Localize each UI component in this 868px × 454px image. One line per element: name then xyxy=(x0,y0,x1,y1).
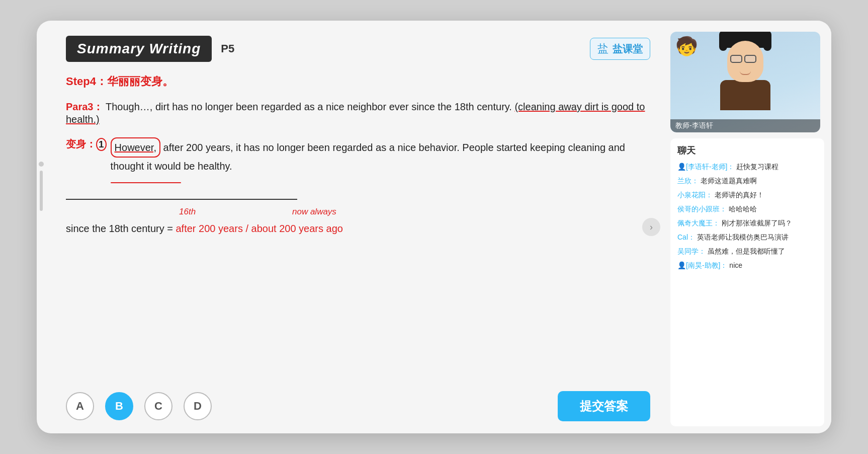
bianshen-text: However, after 200 years, it has no long… xyxy=(111,137,650,175)
chat-msg-8: 👤[南昊-助教]： nice xyxy=(677,260,817,271)
chat-text-1: 赶快复习课程 xyxy=(736,163,778,171)
option-c[interactable]: C xyxy=(144,392,172,420)
emoji-sticker: 🧒 xyxy=(675,36,698,57)
scroll-dot xyxy=(39,162,44,167)
chat-title: 聊天 xyxy=(677,144,817,157)
header-left: Summary Writing P5 xyxy=(66,36,234,62)
chat-msg-7: 吴同学： 虽然难，但是我都听懂了 xyxy=(677,246,817,257)
option-d[interactable]: D xyxy=(184,392,212,420)
chat-msg-4: 侯哥的小跟班： 哈哈哈哈 xyxy=(677,204,817,214)
scroll-bar xyxy=(40,171,43,211)
chat-text-3: 老师讲的真好！ xyxy=(715,191,764,199)
chat-username-3: 小泉花阳： xyxy=(677,191,713,199)
para3-underline: (cleaning away dirt is good to health.) xyxy=(66,101,645,125)
brand-name: 盐课堂 xyxy=(613,42,643,56)
option-a[interactable]: A xyxy=(66,392,94,420)
page-number: P5 xyxy=(221,42,234,55)
chat-username-8: 👤[南昊-助教]： xyxy=(677,261,727,269)
teacher-figure xyxy=(720,32,770,110)
red-underline xyxy=(111,182,181,184)
brand-logo: 盐 盐课堂 xyxy=(590,38,650,60)
divider-line xyxy=(66,199,297,200)
para3-text: Though…, dirt has no longer been regarde… xyxy=(66,101,645,125)
bottom-bar: A B C D 提交答案 xyxy=(66,385,650,421)
para3-label: Para3： xyxy=(66,101,104,112)
teacher-mouth xyxy=(740,71,751,75)
teacher-face xyxy=(727,41,763,82)
bianshen-after: after 200 years, it has no longer been r… xyxy=(111,142,625,172)
chat-text-7: 虽然难，但是我都听懂了 xyxy=(708,247,785,255)
chat-text-6: 英语老师让我模仿奥巴马演讲 xyxy=(697,233,789,241)
chat-username-4: 侯哥的小跟班： xyxy=(677,205,727,213)
base-text: since the 18th century xyxy=(66,223,167,235)
chat-text-8: nice xyxy=(729,261,742,269)
chat-username-7: 吴同学： xyxy=(677,247,706,255)
chat-username-6: Cal： xyxy=(677,233,695,241)
annotation-row: 16th now always since the 18th century =… xyxy=(66,207,650,235)
chat-msg-1: 👤[李语轩-老师]： 赶快复习课程 xyxy=(677,162,817,172)
red-annotation-text: after 200 years / about 200 years ago xyxy=(176,223,342,235)
chat-messages: 👤[李语轩-老师]： 赶快复习课程 兰欣： 老师这道题真难啊 小泉花阳： 老师讲… xyxy=(677,162,817,420)
hair-right xyxy=(763,32,771,51)
chat-username-1: 👤[李语轩-老师]： xyxy=(677,163,734,171)
chat-msg-6: Cal： 英语老师让我模仿奥巴马演讲 xyxy=(677,232,817,243)
however-circled: However, xyxy=(111,137,160,158)
hair-left xyxy=(719,32,727,51)
chat-panel: 聊天 👤[李语轩-老师]： 赶快复习课程 兰欣： 老师这道题真难啊 小泉花阳： … xyxy=(670,138,824,426)
bianshen-block: 变身：1 However, after 200 years, it has no… xyxy=(66,137,650,187)
answer-options: A B C D xyxy=(66,392,212,420)
circled-1: 1 xyxy=(96,138,107,151)
chat-text-5: 刚才那张谁截屏了吗？ xyxy=(722,219,792,227)
teacher-video: 🧒 xyxy=(670,32,820,132)
chat-msg-3: 小泉花阳： 老师讲的真好！ xyxy=(677,190,817,200)
content-body: Step4：华丽丽变身。 Para3： Though…, dirt has no… xyxy=(66,74,650,377)
chat-username-2: 兰欣： xyxy=(677,177,699,185)
chat-username-5: 佩奇大魔王： xyxy=(677,219,720,227)
left-sidebar xyxy=(37,21,46,433)
brand-icon: 盐 xyxy=(597,41,609,56)
teacher-name-bar: 教师-李语轩 xyxy=(670,119,820,132)
para3-block: Para3： Though…, dirt has no longer been … xyxy=(66,100,650,125)
teacher-glasses xyxy=(730,55,756,63)
chat-text-4: 哈哈哈哈 xyxy=(729,205,757,213)
teacher-body xyxy=(720,80,770,110)
bianshen-underline-container xyxy=(111,178,650,187)
header: Summary Writing P5 盐 盐课堂 xyxy=(66,36,650,62)
submit-button[interactable]: 提交答案 xyxy=(558,391,650,421)
option-b[interactable]: B xyxy=(105,392,133,420)
step-label: Step4：华丽丽变身。 xyxy=(66,74,650,89)
annotation-nowadays: now always xyxy=(292,207,336,217)
right-panel: 🧒 xyxy=(670,21,831,433)
chat-msg-2: 兰欣： 老师这道题真难啊 xyxy=(677,176,817,186)
bianshen-label: 变身：1 xyxy=(66,137,107,151)
annotation-16th: 16th xyxy=(179,207,196,217)
page-title: Summary Writing xyxy=(66,36,212,62)
right-scroll-button[interactable]: › xyxy=(642,218,660,236)
equals: = xyxy=(167,223,176,235)
main-content: Summary Writing P5 盐 盐课堂 Step4：华丽丽变身。 Pa… xyxy=(46,21,670,433)
chat-msg-5: 佩奇大魔王： 刚才那张谁截屏了吗？ xyxy=(677,218,817,229)
bianshen-text-area: However, after 200 years, it has no long… xyxy=(111,137,650,187)
app-window: Summary Writing P5 盐 盐课堂 Step4：华丽丽变身。 Pa… xyxy=(37,21,831,433)
chat-text-2: 老师这道题真难啊 xyxy=(701,177,757,185)
